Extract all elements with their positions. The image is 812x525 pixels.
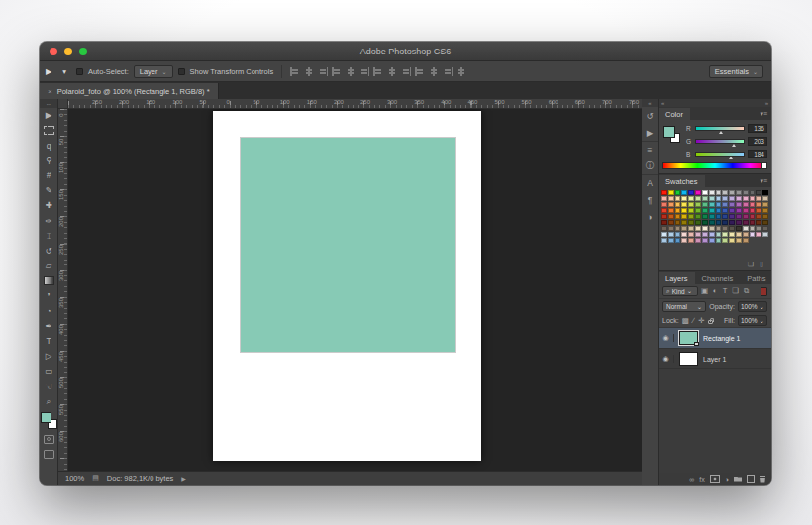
document-tab[interactable]: × Polaroid_foto @ 100% (Rectangle 1, RGB… <box>40 83 219 99</box>
type-tool[interactable]: T <box>40 334 57 349</box>
history-panel-icon[interactable]: ↺ <box>642 107 658 124</box>
swatch[interactable] <box>716 196 722 201</box>
layer-thumbnail[interactable] <box>679 352 698 366</box>
screen-mode-button[interactable] <box>44 450 54 459</box>
swatch[interactable] <box>722 232 728 237</box>
tool-preset-arrow-icon[interactable]: ▾ <box>57 65 71 78</box>
swatch[interactable] <box>762 190 768 195</box>
swatch[interactable] <box>736 196 742 201</box>
swatch[interactable] <box>750 202 756 207</box>
swatch[interactable] <box>743 226 749 231</box>
filter-toggle-switch[interactable] <box>761 287 767 296</box>
slider-handle[interactable] <box>729 157 733 159</box>
zoom-tool[interactable]: ⌕ <box>40 394 57 409</box>
swatch[interactable] <box>756 220 761 225</box>
channel-value-field[interactable]: 184 <box>748 150 767 158</box>
swatch[interactable] <box>695 196 701 201</box>
swatch[interactable] <box>736 226 742 231</box>
swatch[interactable] <box>762 232 768 237</box>
align-right-edges-icon[interactable] <box>318 67 328 76</box>
swatch[interactable] <box>675 226 681 231</box>
swatch[interactable] <box>668 232 674 237</box>
layer-filter-dropdown[interactable]: ⌕ Kind ⌄ <box>662 286 698 296</box>
swatch[interactable] <box>762 226 768 231</box>
swatch[interactable] <box>756 232 761 237</box>
zoom-window-button[interactable] <box>79 48 87 55</box>
blend-mode-dropdown[interactable]: Normal ⌄ <box>662 301 706 312</box>
layer-thumbnail[interactable] <box>679 331 698 345</box>
swatch[interactable] <box>716 238 722 243</box>
swatch[interactable] <box>661 220 667 225</box>
tab-swatches[interactable]: Swatches <box>659 175 705 187</box>
swatch[interactable] <box>661 214 667 219</box>
swatch[interactable] <box>675 232 681 237</box>
status-expander-icon[interactable]: ▶ <box>181 475 186 482</box>
swatch[interactable] <box>736 232 742 237</box>
swatch[interactable] <box>729 214 735 219</box>
swatch[interactable] <box>668 202 674 207</box>
swatch[interactable] <box>722 220 728 225</box>
character-panel-icon[interactable]: A <box>642 174 658 191</box>
visibility-eye-icon[interactable]: ◉ <box>659 334 674 342</box>
swatch[interactable] <box>709 238 715 243</box>
title-bar[interactable]: Adobe Photoshop CS6 <box>40 42 771 61</box>
lock-transparency-icon[interactable]: ▩ <box>682 316 689 325</box>
swatch[interactable] <box>695 202 701 207</box>
swatch[interactable] <box>702 190 708 195</box>
swatch[interactable] <box>750 190 756 195</box>
swatch[interactable] <box>681 190 687 195</box>
panel-menu-icon[interactable]: ▾≡ <box>760 177 771 185</box>
swatch[interactable] <box>675 196 681 201</box>
swatch[interactable] <box>750 208 756 213</box>
delete-swatch-icon[interactable]: ▯ <box>760 261 763 268</box>
swatch[interactable] <box>736 208 742 213</box>
opacity-field[interactable]: 100% ⌄ <box>738 301 767 312</box>
swatch[interactable] <box>762 196 768 201</box>
channel-value-field[interactable]: 136 <box>748 124 767 133</box>
crop-tool[interactable]: # <box>40 168 57 183</box>
swatch[interactable] <box>743 208 749 213</box>
swatch[interactable] <box>716 190 722 195</box>
swatch[interactable] <box>661 208 667 213</box>
swatch[interactable] <box>702 208 708 213</box>
swatch[interactable] <box>688 196 694 201</box>
move-tool[interactable]: ▶ <box>40 108 57 123</box>
swatch[interactable] <box>716 226 722 231</box>
swatch[interactable] <box>722 202 728 207</box>
close-tab-icon[interactable]: × <box>48 87 52 96</box>
swatch[interactable] <box>729 202 735 207</box>
link-layers-icon[interactable]: ∞ <box>689 476 694 483</box>
swatch[interactable] <box>681 226 687 231</box>
swatch[interactable] <box>709 226 715 231</box>
swatch[interactable] <box>661 226 667 231</box>
swatch[interactable] <box>695 220 701 225</box>
fill-field[interactable]: 100% ⌄ <box>738 315 767 326</box>
panel-menu-icon[interactable]: ▾≡ <box>760 110 771 118</box>
swatch[interactable] <box>668 196 674 201</box>
brush-tool[interactable]: ✑ <box>40 213 57 228</box>
hand-tool[interactable]: ☜ <box>40 378 57 393</box>
swatch[interactable] <box>729 232 735 237</box>
delete-layer-icon[interactable] <box>760 476 765 483</box>
swatch[interactable] <box>743 220 749 225</box>
swatch[interactable] <box>702 238 708 243</box>
swatch[interactable] <box>661 202 667 207</box>
swatch[interactable] <box>661 232 667 237</box>
panels-collapse-right-icon[interactable]: » <box>765 100 768 106</box>
paragraph-panel-icon[interactable]: ¶ <box>642 191 658 208</box>
swatch[interactable] <box>695 226 701 231</box>
swatch[interactable] <box>668 220 674 225</box>
swatch[interactable] <box>688 238 694 243</box>
swatch[interactable] <box>743 232 749 237</box>
swatch[interactable] <box>729 190 735 195</box>
slider-handle[interactable] <box>732 144 736 147</box>
swatch[interactable] <box>722 190 728 195</box>
path-selection-tool[interactable]: ▷ <box>40 349 57 364</box>
swatch[interactable] <box>695 238 701 243</box>
swatch[interactable] <box>756 214 761 219</box>
rectangle-shape[interactable] <box>241 138 455 352</box>
swatch[interactable] <box>756 202 761 207</box>
foreground-color-swatch[interactable] <box>41 412 51 423</box>
swatch[interactable] <box>722 208 728 213</box>
swatch[interactable] <box>750 196 756 201</box>
